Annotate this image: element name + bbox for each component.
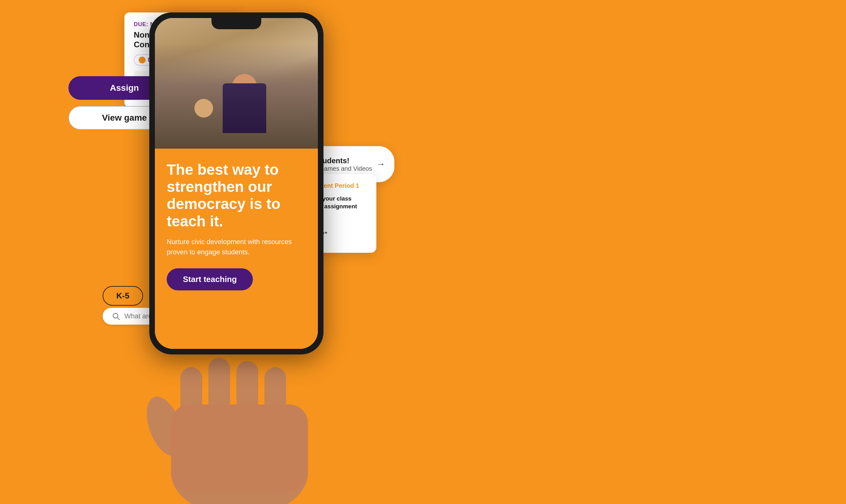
search-icon [112,312,120,320]
svg-line-3 [117,318,120,320]
phone-sub-text: Nurture civic development with resources… [167,237,306,257]
phone-content: The best way to strengthen our democracy… [155,149,318,349]
phone-outer: The best way to strengthen our democracy… [149,13,323,355]
phone-hero-text: The best way to strengthen our democracy… [167,161,306,230]
phone-screen: The best way to strengthen our democracy… [155,18,318,349]
start-teaching-button[interactable]: Start teaching [167,268,253,290]
dbquest-icon [139,57,145,64]
hi-students-arrow-icon: → [376,159,385,169]
grade-k5-pill[interactable]: K-5 [103,286,143,306]
phone-classroom-image [155,18,318,149]
phone: The best way to strengthen our democracy… [149,13,323,355]
phone-notch [211,18,261,29]
